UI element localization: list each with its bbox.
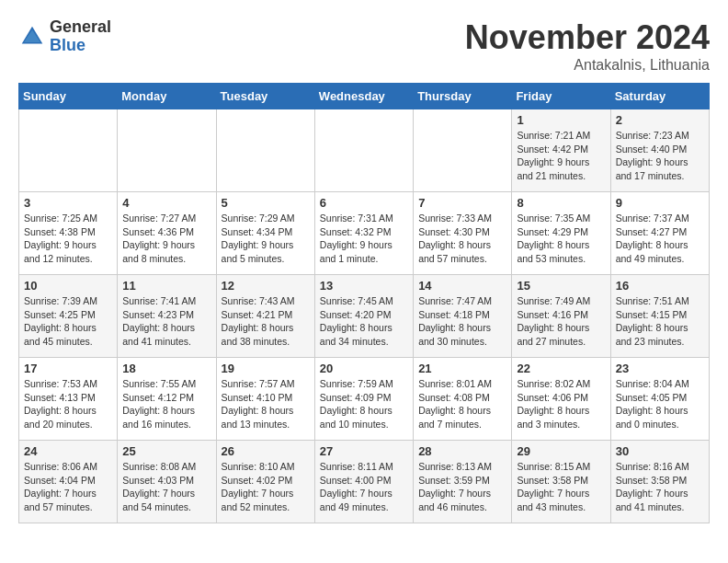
day-number: 25 (122, 444, 210, 458)
day-sunrise: Sunrise: 8:08 AM (122, 460, 210, 474)
calendar-cell: 25 Sunrise: 8:08 AM Sunset: 4:03 PM Dayl… (118, 441, 216, 523)
day-sunrise: Sunrise: 7:21 AM (517, 129, 605, 143)
calendar-cell: 11 Sunrise: 7:41 AM Sunset: 4:23 PM Dayl… (118, 275, 216, 358)
day-daylight: Daylight: 9 hours and 21 minutes. (517, 155, 605, 182)
day-sunrise: Sunrise: 7:23 AM (616, 129, 704, 143)
calendar-cell: 22 Sunrise: 8:02 AM Sunset: 4:06 PM Dayl… (512, 358, 610, 441)
calendar-header-row: Sunday Monday Tuesday Wednesday Thursday… (19, 84, 710, 109)
day-sunset: Sunset: 4:36 PM (122, 225, 210, 239)
day-number: 3 (24, 196, 112, 210)
day-daylight: Daylight: 9 hours and 12 minutes. (24, 238, 112, 265)
day-sunset: Sunset: 4:18 PM (418, 308, 506, 322)
day-daylight: Daylight: 8 hours and 16 minutes. (122, 404, 210, 431)
calendar-cell: 2 Sunrise: 7:23 AM Sunset: 4:40 PM Dayli… (610, 109, 709, 192)
header-sunday: Sunday (19, 84, 118, 109)
calendar-cell: 5 Sunrise: 7:29 AM Sunset: 4:34 PM Dayli… (216, 192, 314, 275)
day-daylight: Daylight: 7 hours and 46 minutes. (418, 487, 506, 513)
calendar-cell: 10 Sunrise: 7:39 AM Sunset: 4:25 PM Dayl… (19, 275, 118, 358)
day-sunset: Sunset: 4:02 PM (222, 474, 310, 488)
logo-text: General Blue (50, 18, 111, 55)
day-sunset: Sunset: 4:29 PM (517, 225, 605, 239)
calendar-cell: 12 Sunrise: 7:43 AM Sunset: 4:21 PM Dayl… (216, 275, 314, 358)
day-sunrise: Sunrise: 7:43 AM (222, 294, 310, 308)
calendar-cell: 21 Sunrise: 8:01 AM Sunset: 4:08 PM Dayl… (414, 358, 512, 441)
day-sunrise: Sunrise: 7:39 AM (24, 294, 112, 308)
day-number: 2 (616, 113, 704, 127)
day-number: 12 (222, 279, 310, 293)
calendar-cell: 4 Sunrise: 7:27 AM Sunset: 4:36 PM Dayli… (118, 192, 216, 275)
header-tuesday: Tuesday (216, 84, 314, 109)
calendar-cell: 6 Sunrise: 7:31 AM Sunset: 4:32 PM Dayli… (314, 192, 413, 275)
day-daylight: Daylight: 8 hours and 27 minutes. (517, 321, 605, 348)
day-sunrise: Sunrise: 7:59 AM (320, 377, 408, 391)
day-sunrise: Sunrise: 7:37 AM (616, 212, 704, 225)
day-sunrise: Sunrise: 7:29 AM (222, 212, 310, 225)
day-daylight: Daylight: 8 hours and 49 minutes. (616, 238, 704, 265)
calendar-week-row: 3 Sunrise: 7:25 AM Sunset: 4:38 PM Dayli… (19, 192, 710, 275)
day-sunrise: Sunrise: 7:53 AM (24, 377, 112, 391)
header-wednesday: Wednesday (314, 84, 413, 109)
calendar-cell: 13 Sunrise: 7:45 AM Sunset: 4:20 PM Dayl… (314, 275, 413, 358)
day-daylight: Daylight: 8 hours and 20 minutes. (24, 404, 112, 431)
day-number: 14 (418, 279, 506, 293)
calendar-week-row: 24 Sunrise: 8:06 AM Sunset: 4:04 PM Dayl… (19, 441, 710, 523)
calendar-cell: 3 Sunrise: 7:25 AM Sunset: 4:38 PM Dayli… (19, 192, 118, 275)
day-daylight: Daylight: 7 hours and 54 minutes. (122, 487, 210, 513)
day-daylight: Daylight: 8 hours and 34 minutes. (320, 321, 408, 348)
day-number: 20 (320, 362, 408, 375)
calendar-cell: 19 Sunrise: 7:57 AM Sunset: 4:10 PM Dayl… (216, 358, 314, 441)
calendar-cell (414, 109, 512, 192)
day-sunset: Sunset: 4:40 PM (616, 143, 704, 156)
day-daylight: Daylight: 7 hours and 41 minutes. (616, 487, 704, 513)
calendar-cell (314, 109, 413, 192)
day-sunset: Sunset: 4:05 PM (616, 391, 704, 405)
day-sunset: Sunset: 4:38 PM (24, 225, 112, 239)
day-daylight: Daylight: 8 hours and 10 minutes. (320, 404, 408, 431)
header-thursday: Thursday (414, 84, 512, 109)
calendar-week-row: 17 Sunrise: 7:53 AM Sunset: 4:13 PM Dayl… (19, 358, 710, 441)
day-number: 1 (517, 113, 605, 127)
day-sunrise: Sunrise: 8:04 AM (616, 377, 704, 391)
calendar-cell: 24 Sunrise: 8:06 AM Sunset: 4:04 PM Dayl… (19, 441, 118, 523)
calendar-cell: 15 Sunrise: 7:49 AM Sunset: 4:16 PM Dayl… (512, 275, 610, 358)
day-sunset: Sunset: 3:59 PM (418, 474, 506, 488)
day-sunrise: Sunrise: 8:16 AM (616, 460, 704, 474)
day-daylight: Daylight: 8 hours and 53 minutes. (517, 238, 605, 265)
day-number: 7 (418, 196, 506, 210)
calendar-cell: 14 Sunrise: 7:47 AM Sunset: 4:18 PM Dayl… (414, 275, 512, 358)
day-sunrise: Sunrise: 7:41 AM (122, 294, 210, 308)
day-daylight: Daylight: 8 hours and 57 minutes. (418, 238, 506, 265)
day-number: 22 (517, 362, 605, 375)
day-number: 13 (320, 279, 408, 293)
calendar-cell: 7 Sunrise: 7:33 AM Sunset: 4:30 PM Dayli… (414, 192, 512, 275)
day-daylight: Daylight: 9 hours and 1 minute. (320, 238, 408, 265)
day-sunrise: Sunrise: 7:49 AM (517, 294, 605, 308)
day-sunset: Sunset: 4:13 PM (24, 391, 112, 405)
day-daylight: Daylight: 8 hours and 41 minutes. (122, 321, 210, 348)
day-sunset: Sunset: 4:32 PM (320, 225, 408, 239)
day-sunset: Sunset: 4:03 PM (122, 474, 210, 488)
calendar-cell (118, 109, 216, 192)
logo-icon (18, 23, 46, 51)
day-sunset: Sunset: 4:30 PM (418, 225, 506, 239)
day-sunset: Sunset: 4:21 PM (222, 308, 310, 322)
month-title: November 2024 (465, 18, 710, 57)
day-number: 6 (320, 196, 408, 210)
day-sunset: Sunset: 4:00 PM (320, 474, 408, 488)
day-number: 9 (616, 196, 704, 210)
day-number: 16 (616, 279, 704, 293)
day-number: 5 (222, 196, 310, 210)
calendar-cell: 27 Sunrise: 8:11 AM Sunset: 4:00 PM Dayl… (314, 441, 413, 523)
day-sunrise: Sunrise: 8:01 AM (418, 377, 506, 391)
day-daylight: Daylight: 8 hours and 38 minutes. (222, 321, 310, 348)
day-number: 11 (122, 279, 210, 293)
day-daylight: Daylight: 7 hours and 49 minutes. (320, 487, 408, 513)
day-sunrise: Sunrise: 7:31 AM (320, 212, 408, 225)
day-sunrise: Sunrise: 7:51 AM (616, 294, 704, 308)
day-sunset: Sunset: 4:04 PM (24, 474, 112, 488)
header-saturday: Saturday (610, 84, 709, 109)
day-sunrise: Sunrise: 7:47 AM (418, 294, 506, 308)
day-number: 17 (24, 362, 112, 375)
calendar-cell: 17 Sunrise: 7:53 AM Sunset: 4:13 PM Dayl… (19, 358, 118, 441)
day-sunrise: Sunrise: 7:57 AM (222, 377, 310, 391)
